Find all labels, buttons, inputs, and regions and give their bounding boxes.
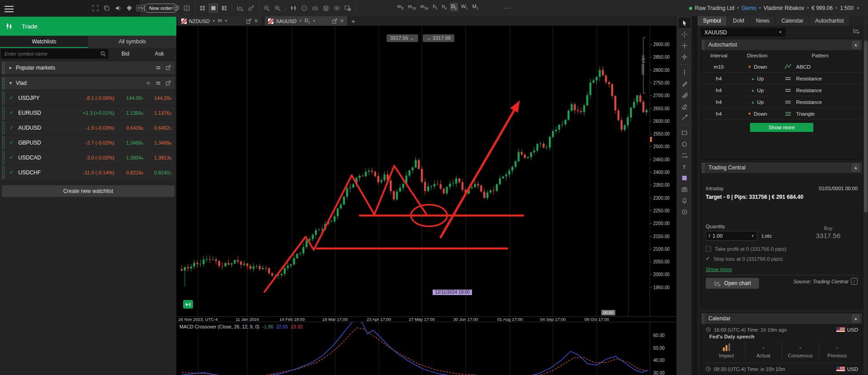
chart-tab-xauusd[interactable]: XAUUSD▼D1▼✕ [265, 16, 347, 26]
timeframe-h4[interactable]: h4 [441, 3, 448, 11]
open-chart-button[interactable]: Open chart [706, 278, 759, 289]
popular-markets-group[interactable]: ► Popular markets [1, 61, 175, 74]
camera-icon[interactable] [679, 184, 690, 194]
watchlist-row-audusd[interactable]: ✓AUDUSD-1.9 (-0.03%)0.643960.64522 [1, 121, 175, 135]
bid-price[interactable]: 0.64396 [116, 125, 143, 131]
color-swatch-icon[interactable] [679, 173, 690, 183]
bid-price[interactable]: 144.097 [116, 95, 143, 101]
more-timeframes-button[interactable]: ... [504, 4, 511, 10]
eraser-icon[interactable] [679, 101, 690, 111]
bid-price[interactable]: 0.82166 [116, 170, 143, 175]
speaker-icon[interactable] [113, 3, 123, 13]
copy-icon[interactable] [102, 3, 112, 13]
rectangle-icon[interactable] [679, 127, 690, 138]
drag-handle[interactable] [1, 61, 5, 74]
autochartist-row[interactable]: h4▲UpResistance [701, 73, 862, 84]
vlad-watchlist-group[interactable]: ▼ Vlad [1, 77, 175, 89]
layers-icon[interactable] [321, 3, 331, 13]
panel-tab-calendar[interactable]: Calendar [776, 16, 809, 26]
detach-icon[interactable] [331, 18, 338, 24]
grid-quad-icon[interactable] [198, 3, 208, 13]
trading-central-header[interactable]: Trading Central ▲ [701, 162, 862, 173]
take-profit-checkbox[interactable] [706, 246, 711, 252]
chevron-down-icon[interactable]: ▼ [312, 19, 316, 23]
ask-price[interactable]: 1.34998 [145, 140, 171, 145]
vertical-line-icon[interactable] [679, 67, 690, 77]
bid-price[interactable]: 1.38044 [116, 155, 143, 160]
macd-axis[interactable]: 60.0050.0040.0030.00 [650, 322, 677, 375]
timeframe-m5[interactable]: m5 [396, 3, 405, 11]
take-profit-row[interactable]: Take profit at 0 (331756.0 pips) [701, 246, 862, 252]
drag-handle[interactable] [1, 165, 5, 179]
autochartist-row[interactable]: h4▼DownTriangle [701, 108, 862, 120]
drag-handle[interactable] [1, 121, 5, 135]
macd-indicator-label[interactable]: MACD Crossover (Close, 26, 12, 9, 0) -1.… [179, 324, 305, 329]
alert-bell-icon[interactable] [679, 195, 690, 206]
ask-price[interactable]: 0.82401 [145, 170, 171, 175]
drag-handle[interactable] [701, 39, 705, 50]
zoom-out-icon[interactable] [262, 3, 272, 13]
grid-mosaic-icon[interactable] [219, 3, 229, 13]
ask-price[interactable]: 1.38135 [145, 155, 171, 160]
drag-handle[interactable] [701, 313, 705, 324]
new-chart-tab-button[interactable]: + [348, 16, 359, 26]
panel-tab-symbol[interactable]: Symbol [698, 16, 726, 26]
brush-icon[interactable] [679, 89, 690, 100]
autochartist-row[interactable]: h4▲UpResistance [701, 84, 862, 96]
function-icon[interactable]: f [299, 3, 309, 13]
add-symbol-icon[interactable] [145, 80, 151, 86]
price-axis[interactable]: 2900.002850.002800.002750.002700.002650.… [650, 26, 677, 316]
fullscreen-icon[interactable] [90, 3, 100, 13]
layout-icon[interactable] [182, 3, 192, 13]
cursor-icon[interactable] [679, 18, 690, 28]
autochartist-header[interactable]: Autochartist ▲ [701, 39, 862, 50]
list-icon[interactable] [155, 65, 161, 71]
crosshair-square-icon[interactable] [679, 52, 690, 62]
ellipse-icon[interactable] [679, 139, 690, 149]
bid-price[interactable]: 1.34886 [116, 140, 143, 145]
drag-handle[interactable] [1, 77, 5, 89]
indicators-icon[interactable] [288, 3, 298, 13]
scrollbar-thumb[interactable] [864, 41, 868, 212]
sidebar-tab-all-symbols[interactable]: All symbols [88, 36, 176, 48]
chevron-down-icon[interactable]: ▼ [751, 234, 757, 238]
crosshair-icon[interactable] [679, 29, 690, 39]
drag-handle[interactable] [1, 106, 5, 120]
collapse-button[interactable]: ▲ [852, 164, 860, 172]
main-menu-icon[interactable] [5, 4, 14, 11]
drag-handle[interactable] [1, 91, 5, 105]
calendar-event[interactable]: 16:00 (UTC-4) Time: 1h 19m agoUSDFed's D… [701, 324, 862, 363]
chevron-down-icon[interactable]: ▼ [212, 19, 216, 23]
stepper-arrows-icon[interactable]: ▲▼ [706, 234, 712, 238]
drag-handle[interactable] [1, 150, 5, 164]
visibility-icon[interactable] [332, 3, 342, 13]
chart-tab-nzdusd[interactable]: NZDUSD▼m▼✕ [178, 16, 261, 26]
watchlist-row-usdjpy[interactable]: ✓USDJPY-8.1 (-0.06%)144.097144.206 [1, 91, 175, 105]
chart-settings-icon[interactable] [343, 3, 353, 13]
expand-arrow-icon[interactable]: ► [9, 66, 13, 70]
fibonacci-icon[interactable] [679, 150, 690, 160]
jump-to-latest-button[interactable] [183, 300, 193, 309]
replay-icon[interactable] [679, 206, 690, 217]
sell-price-badge[interactable]: 3317.56 → [387, 34, 418, 42]
stop-loss-row[interactable]: ✓ Stop loss at 0 (331756.0 pips) [701, 256, 862, 262]
crosshair-dot-icon[interactable] [679, 40, 690, 51]
autochartist-row[interactable]: h4▲UpResistance [701, 96, 862, 108]
panel-tab-news[interactable]: News [750, 16, 775, 26]
calendar-event[interactable]: 08:30 (UTC-4) Time: in 15h 10mUSD [701, 363, 862, 372]
quantity-stepper[interactable]: ▲▼ 1.00 ▼ [706, 231, 757, 241]
calendar-header[interactable]: Calendar ▲ [701, 313, 862, 324]
new-chart-icon[interactable] [235, 3, 245, 13]
collapse-button[interactable]: ▲ [852, 41, 860, 49]
watchlist-row-usdcad[interactable]: ✓USDCAD-3.0 (-0.02%)1.380441.38135 [1, 150, 175, 164]
autochartist-row[interactable]: m15▼DownABCD [701, 61, 862, 73]
close-icon[interactable]: ✕ [254, 18, 258, 24]
zoom-in-icon[interactable] [273, 3, 283, 13]
stop-loss-checkbox[interactable]: ✓ [706, 256, 710, 262]
timeframe-M1[interactable]: M1 [471, 3, 480, 11]
timeframe-h1[interactable]: h1 [431, 3, 439, 11]
watchlist-row-eurusd[interactable]: ✓EURUSD+1.3 (+0.01%)1.135651.13763 [1, 106, 175, 120]
autochartist-show-more-button[interactable]: Show more [750, 123, 813, 132]
account-selector[interactable]: Raw Trading Ltd • Demo • Vladimir Ribako… [689, 0, 860, 16]
bid-price[interactable]: 1.13565 [116, 110, 143, 116]
